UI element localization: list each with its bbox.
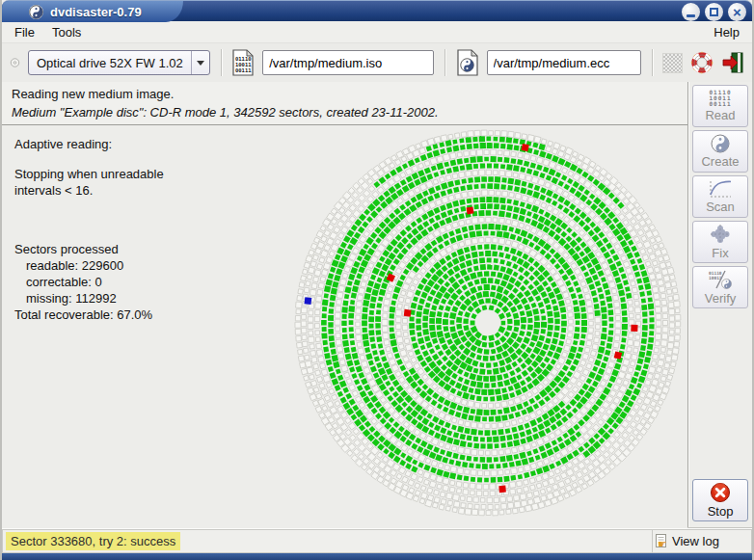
menu-file[interactable]: File [6, 23, 43, 41]
window-title: dvdisaster-0.79 [50, 5, 142, 19]
verify-icon: 01110 10011 [708, 269, 733, 290]
read-button[interactable]: 011101001100111 Read [692, 85, 748, 127]
title-bar: dvdisaster-0.79 × [2, 0, 752, 21]
window-bottom-border [2, 553, 752, 560]
reading-info-block: Adaptive reading: Stopping when unreadab… [14, 136, 164, 323]
toolbar: Optical drive 52X FW 1.02 01110 10011 00… [2, 43, 752, 82]
reading-visualization-area: Adaptive reading: Stopping when unreadab… [2, 125, 687, 528]
view-log-icon: ☛ [655, 533, 670, 549]
ecc-file-icon [456, 49, 479, 76]
create-icon [711, 134, 730, 153]
sectors-readable: readable: 229600 [14, 257, 164, 274]
svg-text:☛: ☛ [658, 538, 667, 549]
scan-button[interactable]: Scan [692, 175, 748, 218]
stop-button[interactable]: Stop [692, 479, 748, 521]
optical-disc-icon [10, 50, 20, 75]
scan-curve-icon [708, 179, 733, 199]
read-icon: 011101001100111 [709, 90, 731, 107]
ecc-file-input[interactable] [487, 50, 641, 75]
maximize-icon[interactable] [705, 3, 723, 21]
main-row: Reading new medium image. Medium "Exampl… [2, 82, 752, 528]
status-message-panel: Reading new medium image. Medium "Exampl… [2, 82, 687, 125]
window-controls: × [682, 3, 746, 21]
reading-mode-heading: Adaptive reading: [14, 136, 164, 152]
create-button[interactable]: Create [692, 130, 748, 173]
app-logo-icon [29, 5, 43, 19]
status-line-primary: Reading new medium image. [12, 85, 687, 103]
preferences-disabled-icon [662, 53, 683, 73]
sectors-correctable: correctable: 0 [14, 274, 164, 290]
fix-icon [709, 224, 732, 245]
stopping-rule-line1: Stopping when unreadable [14, 166, 164, 182]
image-file-input[interactable] [262, 50, 434, 75]
sectors-missing: missing: 112992 [14, 290, 164, 307]
disc-spiral-visualization [276, 125, 687, 528]
fix-button[interactable]: Fix [692, 221, 748, 263]
left-column: Reading new medium image. Medium "Exampl… [2, 82, 687, 528]
image-file-icon: 01110 10011 00111 [231, 49, 255, 76]
view-log-button[interactable]: ☛ View log [652, 529, 752, 553]
drive-select-value: Optical drive 52X FW 1.02 [29, 56, 191, 70]
minimize-icon[interactable] [682, 3, 700, 21]
title-tab: dvdisaster-0.79 [2, 1, 183, 22]
app-window: dvdisaster-0.79 × File Tools Help Optica… [0, 0, 754, 560]
sectors-heading: Sectors processed [14, 241, 164, 257]
quit-button[interactable] [721, 50, 744, 75]
statusbar-message-cell: Sector 333680, try 2: success [2, 529, 652, 553]
menu-tools[interactable]: Tools [43, 23, 90, 41]
status-bar: Sector 333680, try 2: success ☛ View log [2, 528, 752, 553]
svg-text:00111: 00111 [235, 67, 252, 73]
total-recoverable: Total recoverable: 67.0% [14, 307, 164, 323]
drive-select-dropdown[interactable]: Optical drive 52X FW 1.02 [28, 50, 210, 75]
dropdown-arrow-icon [191, 51, 209, 74]
preferences-button[interactable] [662, 50, 683, 75]
action-sidebar: 011101001100111 Read Create Scan [687, 82, 752, 528]
stopping-rule-line2: intervals < 16. [14, 182, 164, 199]
view-log-label: View log [672, 534, 719, 548]
exit-door-icon [721, 51, 744, 74]
stop-icon [710, 482, 731, 503]
verify-button[interactable]: 01110 10011 Verify [692, 266, 748, 308]
menu-help[interactable]: Help [705, 23, 748, 41]
menu-bar: File Tools Help [2, 21, 752, 43]
lifebelt-icon [690, 51, 714, 74]
status-line-medium-info: Medium "Example disc": CD-R mode 1, 3425… [12, 103, 687, 121]
sector-status-text: Sector 333680, try 2: success [6, 532, 180, 550]
close-icon[interactable]: × [728, 3, 746, 21]
help-button[interactable] [690, 50, 714, 75]
